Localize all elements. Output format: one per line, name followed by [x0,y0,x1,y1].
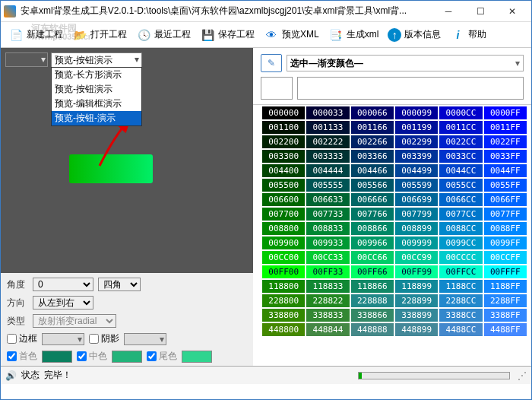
shadow-checkbox[interactable]: 阴影 [89,332,119,345]
palette-cell[interactable]: 0077CC [439,208,482,221]
palette-cell[interactable]: 004466 [351,164,394,177]
palette-cell[interactable]: 0033FF [484,150,527,163]
palette-cell[interactable]: 001199 [395,121,438,134]
palette-cell[interactable]: 228822 [306,294,349,307]
close-button[interactable]: ✕ [496,1,528,22]
palette-cell[interactable]: 002266 [351,135,394,148]
palette-cell[interactable]: 002222 [306,135,349,148]
palette-cell[interactable]: 003399 [395,150,438,163]
palette-cell[interactable]: 118866 [351,280,394,293]
palette-cell[interactable]: 0022CC [439,135,482,148]
palette-cell[interactable]: 009966 [351,237,394,249]
palette-cell[interactable]: 007766 [351,208,394,221]
palette-cell[interactable]: 3388CC [439,309,482,322]
palette-cell[interactable]: 228888 [351,294,394,307]
border-checkbox[interactable]: 边框 [7,332,37,345]
border-color[interactable]: ▾ [42,333,84,345]
palette-cell[interactable]: 1188CC [439,280,482,293]
palette-cell[interactable]: 0000CC [439,106,482,119]
version-button[interactable]: ↑版本信息 [385,26,444,44]
palette-cell[interactable]: 003333 [306,150,349,163]
palette-cell[interactable]: 0033CC [439,150,482,163]
palette-cell[interactable]: 008833 [306,222,349,235]
palette-cell[interactable]: 00FFCC [439,265,482,278]
palette-cell[interactable]: 228899 [395,294,438,307]
palette-cell[interactable]: 1188FF [484,280,527,293]
palette-cell[interactable]: 118899 [395,280,438,293]
palette-cell[interactable]: 448888 [351,323,394,336]
direction-select[interactable]: 从左到右 [33,296,93,310]
palette-cell[interactable]: 338800 [262,309,305,322]
palette-cell[interactable]: 0088CC [439,222,482,235]
palette-cell[interactable]: 00CCFF [484,251,527,264]
palette-cell[interactable]: 00FF66 [351,265,394,278]
palette-cell[interactable]: 0099FF [484,237,527,249]
gradient-select[interactable]: 选中—渐变颜色—▾ [287,55,524,71]
palette-cell[interactable]: 00CC00 [262,251,305,264]
palette-cell[interactable]: 00FFFF [484,265,527,278]
palette-cell[interactable]: 000000 [262,106,305,119]
palette-cell[interactable]: 007733 [306,208,349,221]
eyedropper-button[interactable]: ✎ [261,54,282,72]
palette-cell[interactable]: 007799 [395,208,438,221]
palette-cell[interactable]: 002200 [262,135,305,148]
palette-cell[interactable]: 228800 [262,294,305,307]
shadow-color[interactable]: ▾ [124,333,166,345]
new-project-button[interactable]: 📄新建工程 [5,25,66,45]
palette-cell[interactable]: 005500 [262,179,305,192]
palette-cell[interactable]: 009999 [395,237,438,249]
palette-cell[interactable]: 0044CC [439,164,482,177]
combo-item[interactable]: 预览-按钮-演示 [52,111,141,125]
palette-cell[interactable]: 001133 [306,121,349,134]
palette-cell[interactable]: 00FF99 [395,265,438,278]
color2-box[interactable] [112,351,142,363]
palette-cell[interactable]: 118833 [306,280,349,293]
resize-grip-icon[interactable]: ⋰ [518,370,527,381]
palette-cell[interactable]: 005599 [395,179,438,192]
palette-cell[interactable]: 0044FF [484,164,527,177]
palette-cell[interactable]: 004499 [395,164,438,177]
combo-item[interactable]: 预览-按钮演示 [52,82,141,97]
palette-cell[interactable]: 0066FF [484,193,527,206]
palette-cell[interactable]: 000099 [395,106,438,119]
palette-cell[interactable]: 0011CC [439,121,482,134]
palette-cell[interactable]: 4488FF [484,323,527,336]
color-dropdown[interactable]: ▾ [5,52,48,67]
palette-cell[interactable]: 008866 [351,222,394,235]
save-project-button[interactable]: 💾保存工程 [197,25,258,45]
help-button[interactable]: i帮助 [447,25,489,45]
palette-cell[interactable]: 0077FF [484,208,527,221]
palette-cell[interactable]: 007700 [262,208,305,221]
preview-combo[interactable]: 预览-按钮演示 预览-长方形演示 预览-按钮演示 预览-编辑框演示 预览-按钮-… [51,52,142,68]
palette-cell[interactable]: 00CC99 [395,251,438,264]
palette-cell[interactable]: 338866 [351,309,394,322]
recent-project-button[interactable]: 🕓最近工程 [133,25,194,45]
palette-cell[interactable]: 118800 [262,280,305,293]
color3-box[interactable] [182,351,212,363]
corner-select[interactable]: 四角 [98,278,141,291]
palette-cell[interactable]: 448844 [306,323,349,336]
palette-cell[interactable]: 0000FF [484,106,527,119]
palette-cell[interactable]: 006699 [395,193,438,206]
palette-cell[interactable]: 00FF33 [306,265,349,278]
palette-cell[interactable]: 001166 [351,121,394,134]
maximize-button[interactable]: ☐ [464,1,496,22]
palette-cell[interactable]: 0088FF [484,222,527,235]
color3-checkbox[interactable]: 尾色 [147,350,177,363]
type-select[interactable]: 放射渐变radial [33,314,116,328]
palette-cell[interactable]: 448899 [395,323,438,336]
sound-icon[interactable]: 🔊 [5,370,17,381]
palette-cell[interactable]: 006600 [262,193,305,206]
palette-cell[interactable]: 0055CC [439,179,482,192]
palette-cell[interactable]: 008899 [395,222,438,235]
palette-cell[interactable]: 3388FF [484,309,527,322]
palette-cell[interactable]: 003300 [262,150,305,163]
palette-cell[interactable]: 0055FF [484,179,527,192]
palette-cell[interactable]: 006633 [306,193,349,206]
palette-cell[interactable]: 338833 [306,309,349,322]
palette-cell[interactable]: 0066CC [439,193,482,206]
palette-cell[interactable]: 009933 [306,237,349,249]
palette-cell[interactable]: 009900 [262,237,305,249]
preview-xml-button[interactable]: 👁预览XML [261,25,322,45]
palette-cell[interactable]: 00CC66 [351,251,394,264]
